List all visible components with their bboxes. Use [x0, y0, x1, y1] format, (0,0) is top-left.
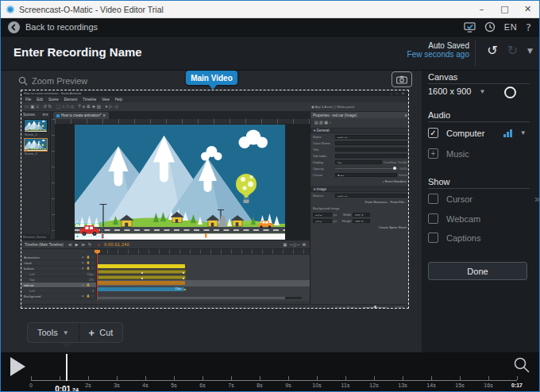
maximize-button[interactable]: □	[493, 1, 516, 17]
main-video-badge[interactable]: Main Video	[186, 71, 237, 85]
inner-track-row: Left4	[21, 288, 96, 294]
inner-track-row: Animations◉ 🔒 ƒ	[21, 255, 96, 260]
show-heading: Show	[428, 177, 450, 186]
ruler-tick	[374, 376, 375, 380]
transport-bar: 02s3s4s5s6s7s8s9s10s11s12s13s14s15s16s0:…	[1, 352, 539, 392]
app-window: Screencast-O-Matic - Video Editor Trial …	[0, 0, 540, 392]
inner-menu-edit: Edit	[37, 98, 43, 102]
autosave-time: Few seconds ago	[407, 50, 469, 59]
inner-track-row: cloud◉ 🔒 ƒ	[21, 260, 96, 266]
inner-canvas	[55, 124, 310, 240]
undo-button[interactable]: ↺	[487, 43, 497, 58]
search-icon	[18, 76, 28, 86]
back-button[interactable]	[8, 21, 20, 33]
history-dropdown-chevron-icon[interactable]: ▼	[527, 47, 533, 55]
history-icon[interactable]	[484, 21, 496, 33]
tick-label: 14s	[426, 382, 435, 388]
language-button[interactable]: EN	[504, 22, 517, 32]
timeline-zoom-button[interactable]	[513, 356, 530, 377]
scene-thumbnail-2: Scene_2	[24, 138, 48, 156]
ruler-tick	[117, 376, 118, 380]
tick-label: 5s	[171, 382, 176, 388]
ruler-tick	[288, 376, 289, 380]
add-music-button[interactable]: +	[428, 148, 438, 159]
close-button[interactable]: ✕	[516, 1, 539, 17]
ruler-tick	[488, 376, 489, 380]
tick-label: 15s	[455, 382, 464, 388]
screenshot-button[interactable]	[392, 71, 412, 87]
editor-header: Enter Recording Name Auto Saved Few seco…	[1, 37, 539, 71]
canvas-heading: Canvas	[428, 72, 457, 82]
cut-button[interactable]: + Cut	[79, 323, 123, 342]
magnifier-icon	[513, 356, 530, 374]
volume-level-icon	[503, 129, 512, 137]
ruler-tick	[345, 376, 346, 380]
back-label[interactable]: Back to recordings	[25, 22, 98, 32]
tick-label: 9s	[285, 382, 291, 388]
inner-menu-file: File	[25, 98, 31, 102]
tools-button-group: Tools ▼ + Cut	[27, 322, 123, 343]
inner-prop-row: CursorAutoInherit	[310, 171, 409, 178]
chevron-down-icon: ▼	[63, 329, 69, 336]
webcam-checkbox[interactable]	[428, 213, 438, 224]
window-title: Screencast-O-Matic - Video Editor Trial	[19, 5, 164, 14]
inner-track-row: Background◉ 🔒 ƒ	[21, 294, 96, 299]
inner-track-row: balloon◉ 🔒 ƒ	[21, 266, 96, 271]
inner-menu-element: Element	[64, 98, 78, 102]
inner-document-tabbar: How to create animation* ✕	[52, 112, 310, 119]
top-navbar: Back to recordings EN ?	[1, 18, 539, 37]
screen-check-icon[interactable]	[464, 22, 476, 33]
timeline-ruler[interactable]	[31, 380, 517, 381]
inner-menu-view: View	[102, 98, 110, 102]
tick-label: 6s	[199, 382, 205, 388]
redo-button[interactable]: ↻	[507, 43, 518, 58]
inner-prop-row: Namered car	[310, 133, 409, 140]
tick-label: 8s	[256, 382, 262, 388]
current-time: 0:01.24	[39, 381, 94, 392]
canvas-size-chevron-icon[interactable]: ▼	[479, 88, 485, 95]
inner-editor-menubar: FileEditSceneElementTimelineViewHelp	[21, 96, 408, 102]
done-button[interactable]: Done	[428, 262, 527, 280]
preview-area: Zoom Preview Main Video How to create an…	[1, 71, 422, 352]
tick-label: 13s	[398, 382, 407, 388]
end-time: 0:17	[511, 382, 523, 388]
ruler-tick	[174, 376, 175, 380]
ruler-tick	[231, 376, 232, 380]
tick-label: 12s	[369, 382, 378, 388]
video-frame[interactable]: How to create animation - Saola Animate …	[21, 90, 409, 309]
canvas-size-dropdown[interactable]: 1600 x 900	[428, 86, 471, 96]
play-button[interactable]	[10, 357, 25, 376]
inner-track-row: red car◉ 🔒 ƒ	[21, 282, 96, 288]
ruler-tick	[202, 376, 203, 380]
inner-prop-row: Opacity100%	[310, 165, 409, 171]
cartoon-scene	[75, 125, 285, 240]
zoom-preview-button[interactable]: Zoom Preview	[18, 76, 87, 86]
cursor-checkbox[interactable]	[428, 194, 438, 204]
computer-audio-checkbox[interactable]: ✓	[428, 128, 438, 138]
audio-heading: Audio	[428, 110, 450, 120]
cursor-expand-chevrons-icon[interactable]: »	[534, 194, 540, 205]
captions-checkbox[interactable]	[428, 233, 438, 243]
inner-prop-row: Class Name	[310, 140, 409, 146]
inner-editor-titlebar: How to create animation - Saola Animate …	[21, 90, 408, 96]
audio-options-chevron-icon[interactable]: ▼	[520, 129, 526, 136]
inner-panel-tabs: Elements | Scenes	[21, 234, 51, 240]
playhead[interactable]	[66, 354, 68, 381]
ruler-tick	[460, 376, 461, 380]
tools-caret	[60, 343, 73, 350]
ruler-tick	[317, 376, 318, 380]
camera-icon	[396, 75, 407, 84]
computer-audio-label: Computer	[446, 129, 484, 138]
autosave-status: Auto Saved Few seconds ago	[407, 41, 469, 59]
inner-track-row: Top2%	[21, 277, 96, 282]
inner-statusbar: Canvas Zoom −+ 100%	[21, 304, 409, 309]
ruler-tick	[403, 376, 403, 380]
inner-editor-toolbar: ▭▣⌸ ↺↻ ⬚○□◇ T≡⊞◈▤ ♦▷◁ ▣ App & Asset ▢ Me…	[21, 102, 408, 112]
canvas-color-button[interactable]	[504, 86, 516, 98]
zoom-preview-label: Zoom Preview	[32, 76, 87, 86]
window-titlebar: Screencast-O-Matic - Video Editor Trial …	[1, 1, 539, 18]
tools-button[interactable]: Tools ▼	[28, 323, 79, 342]
minimize-button[interactable]: –	[470, 1, 493, 17]
help-button[interactable]: ?	[526, 21, 531, 33]
recording-name-field[interactable]: Enter Recording Name	[14, 45, 142, 59]
